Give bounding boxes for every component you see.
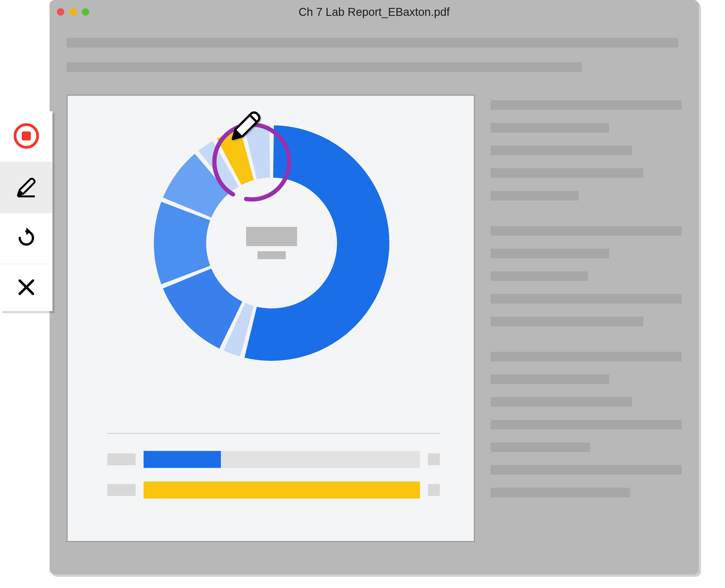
bar-chart-legend	[107, 433, 440, 512]
placeholder-paragraph	[491, 352, 682, 497]
bar-value	[428, 454, 440, 465]
bar-track	[144, 482, 420, 499]
window-body	[49, 38, 699, 559]
bar-label	[107, 484, 136, 496]
window-title: Ch 7 Lab Report_EBaxton.pdf	[49, 6, 699, 18]
close-toolbar-button[interactable]	[0, 264, 52, 311]
svg-rect-2	[22, 131, 31, 141]
document-page[interactable]	[67, 94, 475, 542]
bar-fill	[144, 451, 221, 468]
stop-record-button[interactable]	[0, 111, 52, 162]
bar-label	[107, 454, 136, 465]
annotation-toolbar	[0, 111, 52, 311]
titlebar: Ch 7 Lab Report_EBaxton.pdf	[49, 0, 699, 24]
fullscreen-window-button[interactable]	[82, 8, 89, 16]
pencil-cursor-icon	[229, 109, 262, 143]
placeholder-value	[246, 227, 297, 246]
stop-circle-icon	[13, 122, 40, 151]
x-icon	[15, 276, 38, 300]
content-row	[67, 94, 682, 542]
bar-fill	[144, 482, 420, 499]
window-controls	[57, 8, 89, 16]
donut-center-label	[246, 227, 297, 259]
placeholder-paragraph	[491, 226, 682, 326]
placeholder-sublabel	[257, 251, 286, 259]
placeholder-text-line	[67, 62, 582, 72]
pdf-viewer-window: Ch 7 Lab Report_EBaxton.pdf	[49, 0, 699, 574]
donut-chart	[147, 119, 396, 368]
bar-track	[144, 451, 420, 468]
close-window-button[interactable]	[57, 8, 64, 16]
pencil-icon	[15, 175, 38, 200]
redo-button[interactable]	[0, 213, 52, 264]
redo-icon	[15, 227, 38, 250]
divider	[107, 433, 440, 434]
bar-value	[428, 484, 440, 496]
bar-row	[107, 451, 440, 468]
sidebar-placeholder	[491, 94, 682, 542]
bar-row	[107, 482, 440, 499]
minimize-window-button[interactable]	[69, 8, 77, 16]
placeholder-paragraph	[491, 100, 682, 201]
pencil-tool-button[interactable]	[0, 162, 52, 213]
placeholder-text-line	[67, 38, 678, 47]
